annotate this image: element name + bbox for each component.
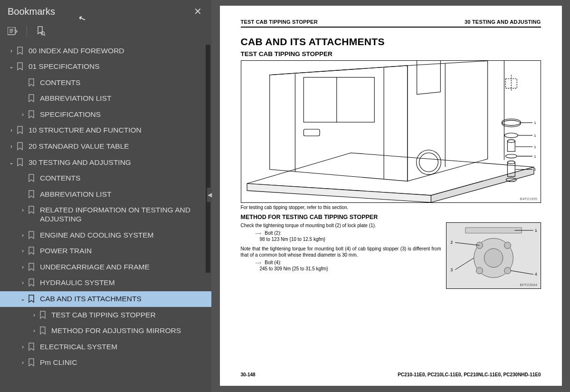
bookmark-item[interactable]: ›ELECTRICAL SYSTEM bbox=[0, 339, 211, 355]
svg-text:1: 1 bbox=[533, 154, 536, 159]
bookmark-item[interactable]: ›METHOD FOR ADJUSTING MIRRORS bbox=[0, 323, 211, 339]
chevron-right-icon[interactable]: › bbox=[8, 48, 15, 54]
chevron-right-icon[interactable]: › bbox=[30, 327, 38, 334]
bookmark-icon bbox=[15, 62, 25, 71]
svg-text:2: 2 bbox=[450, 240, 453, 245]
bookmark-label: ENGINE AND COOLING SYSTEM bbox=[40, 231, 208, 240]
bookmark-label: CAB AND ITS ATTACHMENTS bbox=[40, 295, 208, 304]
collapse-panel-icon[interactable]: ◀ bbox=[207, 188, 212, 202]
svg-text:3: 3 bbox=[450, 268, 453, 273]
bookmark-label: SPECIFICATIONS bbox=[40, 110, 208, 119]
bookmark-item[interactable]: ›TEST CAB TIPPING STOPPER bbox=[0, 307, 211, 323]
bookmark-label: METHOD FOR ADJUSTING MIRRORS bbox=[51, 326, 208, 335]
bookmark-item[interactable]: ›00 INDEX AND FOREWORD bbox=[0, 43, 211, 59]
svg-marker-8 bbox=[431, 167, 534, 203]
bookmark-label: 10 STRUCTURE AND FUNCTION bbox=[28, 126, 208, 135]
svg-rect-15 bbox=[304, 77, 374, 122]
find-bookmark-icon[interactable] bbox=[36, 26, 46, 37]
bookmark-tree: ›00 INDEX AND FOREWORD⌄01 SPECIFICATIONS… bbox=[0, 43, 211, 392]
bookmark-label: POWER TRAIN bbox=[40, 247, 208, 256]
chevron-right-icon[interactable]: › bbox=[19, 232, 27, 239]
running-head-right: 30 TESTING AND ADJUSTING bbox=[465, 19, 541, 25]
bookmark-item[interactable]: ›10 STRUCTURE AND FUNCTION bbox=[0, 123, 211, 139]
options-icon[interactable] bbox=[8, 26, 18, 37]
panel-header: Bookmarks ✕ bbox=[0, 0, 211, 22]
svg-point-46 bbox=[484, 249, 503, 267]
bookmark-icon bbox=[27, 343, 36, 351]
chevron-right-icon[interactable]: › bbox=[19, 111, 27, 118]
bookmark-icon bbox=[27, 247, 36, 255]
bookmark-item[interactable]: ⌄CAB AND ITS ATTACHMENTS bbox=[0, 291, 211, 307]
bookmark-item[interactable]: ›20 STANDARD VALUE TABLE bbox=[0, 139, 211, 155]
chevron-right-icon[interactable]: › bbox=[8, 143, 15, 150]
scrollbar[interactable] bbox=[206, 45, 210, 392]
svg-point-25 bbox=[504, 133, 518, 138]
close-icon[interactable]: ✕ bbox=[192, 4, 204, 19]
svg-rect-19 bbox=[417, 61, 440, 95]
chevron-right-icon[interactable]: › bbox=[19, 344, 27, 350]
bookmark-item[interactable]: ›RELATED INFORMATION ON TESTING AND ADJU… bbox=[0, 202, 211, 227]
bookmark-icon bbox=[15, 158, 25, 167]
bookmark-item[interactable]: ABBREVIATION LIST bbox=[0, 186, 211, 202]
svg-text:1: 1 bbox=[534, 228, 537, 233]
detail-figure: 2 3 1 4 BFP23684 bbox=[446, 222, 541, 289]
bookmark-item[interactable]: ›SPECIFICATIONS bbox=[0, 106, 211, 123]
svg-point-28 bbox=[505, 154, 517, 158]
chevron-right-icon[interactable]: › bbox=[19, 279, 27, 286]
chevron-right-icon[interactable]: › bbox=[30, 312, 38, 318]
figure-caption: For testing cab tipping stopper, refer t… bbox=[241, 205, 541, 210]
chevron-down-icon[interactable]: ⌄ bbox=[19, 296, 27, 302]
document-viewport[interactable]: TEST CAB TIPPING STOPPER 30 TESTING AND … bbox=[211, 0, 570, 392]
bookmark-item[interactable]: ⌄01 SPECIFICATIONS bbox=[0, 59, 211, 75]
chevron-right-icon[interactable]: › bbox=[19, 359, 27, 366]
bookmark-item[interactable]: ›HYDRAULIC SYSTEM bbox=[0, 275, 211, 291]
figure-code: B4P21955 bbox=[520, 197, 538, 201]
bookmark-item[interactable]: ›UNDERCARRIAGE AND FRAME bbox=[0, 259, 211, 275]
bookmark-label: TEST CAB TIPPING STOPPER bbox=[51, 311, 208, 320]
svg-point-23 bbox=[502, 119, 521, 125]
bookmark-icon bbox=[27, 206, 36, 214]
page-h3: METHOD FOR TESTING CAB TIPPING STOPPER bbox=[241, 214, 541, 220]
chevron-right-icon[interactable]: › bbox=[19, 248, 27, 254]
scroll-thumb[interactable] bbox=[206, 45, 210, 273]
method-para-1: Check the tightening torque of mounting … bbox=[241, 222, 441, 229]
svg-marker-7 bbox=[247, 183, 431, 202]
bookmark-icon bbox=[27, 174, 36, 182]
bookmark-icon bbox=[27, 358, 36, 367]
panel-toolbar bbox=[0, 22, 211, 43]
bookmark-label: UNDERCARRIAGE AND FRAME bbox=[40, 263, 208, 272]
bookmark-icon bbox=[27, 190, 36, 199]
model-list: PC210-11E0, PC210LC-11E0, PC210NLC-11E0,… bbox=[398, 372, 541, 377]
bookmark-item[interactable]: ›ENGINE AND COOLING SYSTEM bbox=[0, 227, 211, 243]
method-text-block: Check the tightening torque of mounting … bbox=[241, 222, 441, 289]
bookmark-item[interactable]: ›POWER TRAIN bbox=[0, 243, 211, 259]
svg-point-24 bbox=[502, 120, 521, 127]
svg-text:1: 1 bbox=[533, 167, 536, 172]
bookmark-item[interactable]: CONTENTS bbox=[0, 171, 211, 187]
figure-code: BFP23684 bbox=[520, 283, 537, 287]
bolt2-value: 98 to 123 Nm {10 to 12.5 kgfm} bbox=[260, 237, 325, 242]
bookmark-icon bbox=[27, 231, 36, 239]
chevron-right-icon[interactable]: › bbox=[19, 264, 27, 270]
bookmark-label: 00 INDEX AND FOREWORD bbox=[28, 47, 208, 56]
cab-diagram: 1 1 1 1 1 B4P21955 bbox=[241, 60, 541, 203]
bookmark-item[interactable]: CONTENTS bbox=[0, 75, 211, 91]
chevron-down-icon[interactable]: ⌄ bbox=[8, 159, 15, 166]
bookmark-item[interactable]: ›Pm CLINIC bbox=[0, 355, 211, 371]
bookmark-label: Pm CLINIC bbox=[40, 358, 208, 367]
bookmark-label: HYDRAULIC SYSTEM bbox=[40, 278, 208, 287]
running-head-left: TEST CAB TIPPING STOPPER bbox=[241, 19, 318, 25]
panel-title: Bookmarks bbox=[8, 6, 55, 17]
bookmark-icon bbox=[27, 94, 36, 103]
chevron-right-icon[interactable]: › bbox=[19, 207, 27, 213]
bookmark-icon bbox=[27, 110, 36, 119]
bookmark-item[interactable]: ⌄30 TESTING AND ADJUSTING bbox=[0, 154, 211, 171]
bookmark-item[interactable]: ABBREVIATION LIST bbox=[0, 91, 211, 107]
chevron-down-icon[interactable]: ⌄ bbox=[8, 63, 15, 70]
bookmark-icon bbox=[27, 278, 36, 287]
bookmark-icon bbox=[15, 142, 25, 151]
svg-text:1: 1 bbox=[533, 121, 536, 125]
svg-line-5 bbox=[44, 35, 46, 36]
chevron-right-icon[interactable]: › bbox=[8, 127, 15, 134]
svg-rect-51 bbox=[465, 228, 521, 233]
